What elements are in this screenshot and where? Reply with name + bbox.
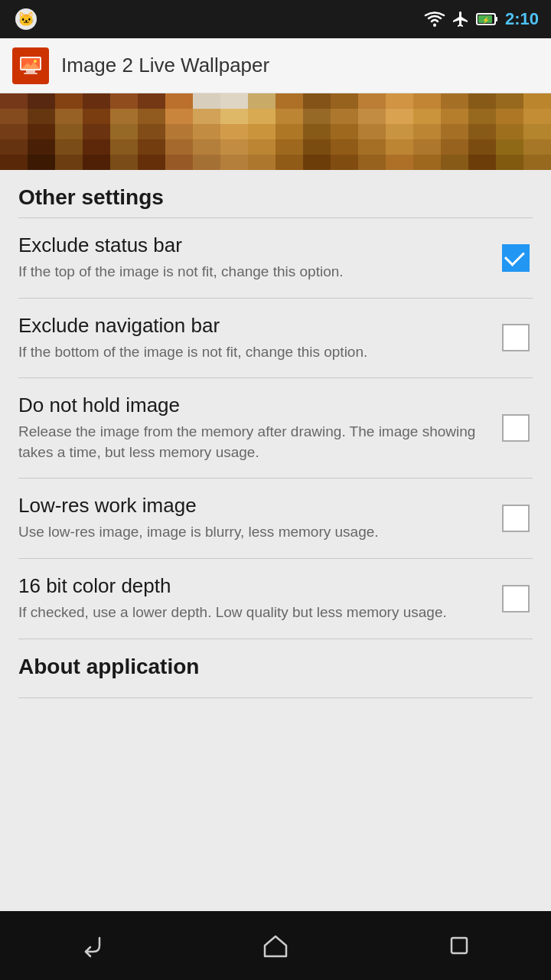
back-button[interactable]: [61, 923, 122, 969]
setting-desc-0: If the top of the image is not fit, chan…: [18, 262, 487, 283]
checkbox-do-not-hold-image[interactable]: [502, 414, 530, 442]
setting-item-exclude-nav-bar: Exclude navigation bar If the bottom of …: [0, 299, 551, 378]
svg-rect-10: [24, 73, 37, 74]
banner-pixels: [0, 93, 551, 170]
battery-icon: ⚡: [476, 11, 499, 27]
checkbox-container-1[interactable]: [499, 321, 533, 354]
setting-text-16-bit-color: 16 bit color depth If checked, use a low…: [18, 574, 487, 623]
svg-rect-4: [495, 17, 497, 21]
setting-desc-3: Use low-res image, image is blurry, less…: [18, 522, 487, 543]
status-bar-right: ⚡ 2:10: [424, 9, 539, 29]
checkbox-container-2[interactable]: [499, 411, 533, 445]
checkbox-container-3[interactable]: [499, 501, 533, 535]
svg-point-2: [433, 24, 436, 27]
app-icon: [12, 47, 49, 84]
setting-desc-4: If checked, use a lower depth. Low quali…: [18, 603, 487, 623]
svg-rect-9: [26, 70, 35, 73]
checkbox-container-0[interactable]: [499, 241, 533, 275]
back-icon: [77, 930, 107, 961]
checkbox-exclude-nav-bar[interactable]: [502, 324, 530, 351]
app-bar: Image 2 Live Wallpaper: [0, 38, 551, 93]
setting-item-low-res-work-image: Low-res work image Use low-res image, im…: [0, 479, 551, 558]
checkbox-exclude-status-bar[interactable]: [502, 244, 530, 272]
airplane-icon: [452, 10, 470, 28]
setting-title-0: Exclude status bar: [18, 234, 487, 257]
setting-title-3: Low-res work image: [18, 494, 487, 518]
checkbox-low-res-work-image[interactable]: [502, 505, 530, 532]
svg-text:⚡: ⚡: [482, 16, 490, 24]
bottom-spacer: [0, 698, 551, 729]
svg-rect-116: [452, 938, 467, 953]
setting-title-4: 16 bit color depth: [18, 574, 487, 598]
setting-text-exclude-nav-bar: Exclude navigation bar If the bottom of …: [18, 314, 487, 363]
setting-item-exclude-status-bar: Exclude status bar If the top of the ima…: [0, 218, 551, 298]
setting-item-16-bit-color: 16 bit color depth If checked, use a low…: [0, 559, 551, 639]
checkbox-container-4[interactable]: [499, 582, 533, 616]
wifi-icon: [424, 11, 445, 28]
status-bar-left: 🐱: [12, 5, 40, 33]
setting-desc-2: Release the image from the memory after …: [18, 422, 487, 462]
setting-text-do-not-hold-image: Do not hold image Release the image from…: [18, 394, 487, 462]
checkbox-16-bit-color[interactable]: [502, 585, 530, 612]
app-title: Image 2 Live Wallpaper: [61, 54, 269, 77]
setting-item-do-not-hold-image: Do not hold image Release the image from…: [0, 378, 551, 478]
home-icon: [260, 930, 291, 961]
recents-icon: [444, 930, 474, 961]
content: Other settings Exclude status bar If the…: [0, 170, 551, 911]
cat-icon: 🐱: [12, 5, 40, 33]
section-header: Other settings: [0, 170, 551, 217]
svg-text:🐱: 🐱: [18, 11, 35, 28]
about-title: About application: [18, 655, 199, 678]
nav-bar: [0, 911, 551, 980]
setting-desc-1: If the bottom of the image is not fit, c…: [18, 342, 487, 363]
home-button[interactable]: [245, 923, 306, 969]
banner-image: [0, 93, 551, 170]
status-time: 2:10: [505, 9, 539, 29]
setting-title-1: Exclude navigation bar: [18, 314, 487, 338]
setting-text-low-res-work-image: Low-res work image Use low-res image, im…: [18, 494, 487, 543]
svg-marker-115: [265, 936, 286, 956]
recents-button[interactable]: [429, 923, 490, 969]
setting-text-exclude-status-bar: Exclude status bar If the top of the ima…: [18, 234, 487, 283]
svg-point-13: [34, 60, 37, 63]
about-section: About application: [0, 639, 551, 687]
status-bar: 🐱 ⚡ 2:10: [0, 0, 551, 38]
setting-title-2: Do not hold image: [18, 394, 487, 417]
section-title: Other settings: [18, 185, 164, 209]
